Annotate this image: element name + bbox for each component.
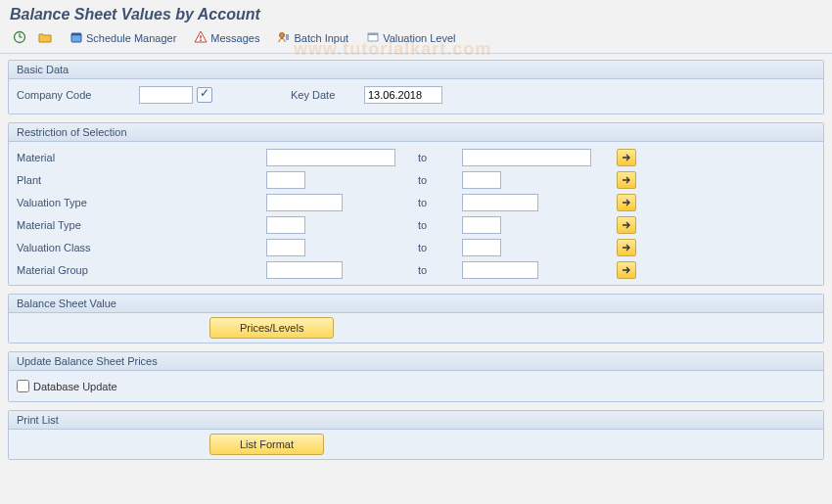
key-date-input[interactable] [364,86,442,104]
group-title-update-prices: Update Balance Sheet Prices [9,352,823,371]
group-title-restriction: Restriction of Selection [9,123,823,142]
list-format-button[interactable]: List Format [209,434,324,455]
arrow-right-icon [622,265,631,275]
plant-to-input[interactable] [462,171,501,189]
to-label: to [403,197,462,208]
material-from-input[interactable] [266,149,395,166]
material-label: Material [17,152,139,163]
database-update-row[interactable]: Database Update [17,377,815,395]
group-update-prices: Update Balance Sheet Prices Database Upd… [8,351,824,402]
group-balance-sheet-value: Balance Sheet Value Prices/Levels [8,294,824,344]
arrow-right-icon [622,243,631,252]
group-title-balance-sheet-value: Balance Sheet Value [9,295,823,313]
schedule-manager-button[interactable]: Schedule Manager [65,27,181,49]
get-variant-button[interactable] [33,27,57,49]
material-group-from-input[interactable] [266,261,343,279]
messages-button[interactable]: Messages [189,27,264,49]
arrow-right-icon [622,198,631,207]
valuation-type-from-input[interactable] [266,194,343,211]
company-code-input[interactable] [139,86,193,104]
material-type-to-input[interactable] [462,216,501,234]
batch-input-icon [277,30,291,46]
database-update-checkbox[interactable] [17,380,29,392]
valuation-type-to-input[interactable] [462,194,538,211]
svg-point-7 [280,33,285,38]
batch-input-button[interactable]: Batch Input [272,27,353,49]
group-title-basic-data: Basic Data [9,61,823,79]
prices-levels-button[interactable]: Prices/Levels [209,317,334,339]
execute-button[interactable] [8,27,31,49]
schedule-manager-label: Schedule Manager [86,32,176,44]
plant-multi-button[interactable] [617,171,636,189]
schedule-icon [69,30,83,46]
material-group-label: Material Group [17,264,139,276]
group-title-print-list: Print List [9,411,823,430]
arrow-right-icon [622,175,631,185]
check-icon [197,87,212,103]
group-basic-data: Basic Data Company Code Key Date [8,60,824,115]
material-type-label: Material Type [17,219,139,231]
valuation-type-multi-button[interactable] [617,194,636,211]
database-update-label: Database Update [33,381,117,392]
folder-icon [38,30,52,46]
material-type-multi-button[interactable] [617,216,636,234]
to-label: to [403,152,462,163]
execute-icon [13,30,26,46]
valuation-class-multi-button[interactable] [617,239,636,256]
material-to-input[interactable] [462,149,591,166]
valuation-type-label: Valuation Type [17,197,139,208]
to-label: to [403,264,462,276]
arrow-right-icon [622,153,631,162]
plant-label: Plant [17,174,139,186]
svg-point-6 [200,39,202,41]
to-label: to [403,242,462,253]
to-label: to [403,219,462,231]
valuation-class-label: Valuation Class [17,242,139,253]
toolbar: Schedule Manager Messages Batch Input Va… [0,25,832,54]
valuation-level-icon [366,30,380,46]
arrow-right-icon [622,220,631,230]
key-date-label: Key Date [291,89,364,101]
material-multi-button[interactable] [617,149,636,166]
material-group-multi-button[interactable] [617,261,636,279]
group-restriction: Restriction of Selection Material to Pla… [8,122,824,286]
valuation-class-to-input[interactable] [462,239,501,256]
plant-from-input[interactable] [266,171,305,189]
messages-label: Messages [210,32,259,44]
material-group-to-input[interactable] [462,261,538,279]
valuation-class-from-input[interactable] [266,239,305,256]
company-code-label: Company Code [17,89,139,101]
page-title: Balance Sheet Values by Account [0,0,832,25]
svg-rect-4 [71,33,81,35]
warning-icon [194,30,208,46]
material-type-from-input[interactable] [266,216,305,234]
to-label: to [403,174,462,186]
group-print-list: Print List List Format [8,410,824,460]
svg-rect-9 [368,33,378,35]
batch-input-label: Batch Input [294,32,348,44]
valuation-level-button[interactable]: Valuation Level [361,27,460,49]
valuation-level-label: Valuation Level [383,32,455,44]
